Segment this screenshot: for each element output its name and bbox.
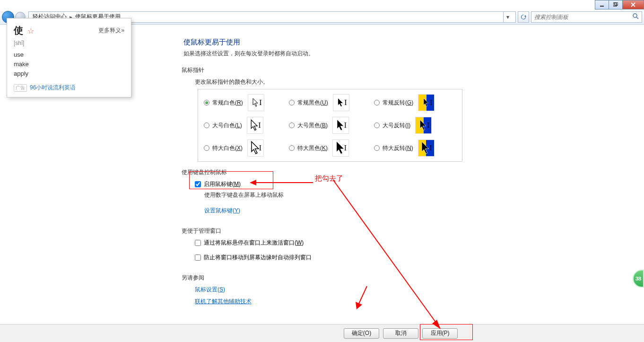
pointer-label: 常规反转(G) bbox=[383, 99, 413, 107]
pointer-option-xl-black[interactable]: 特大黑色(K) I bbox=[283, 140, 368, 157]
pointer-option-large-white[interactable]: 大号白色(L) I bbox=[198, 117, 283, 134]
pointer-subheading: 更改鼠标指针的颜色和大小。 bbox=[195, 78, 625, 86]
pointer-option-large-invert[interactable]: 大号反转(I) I bbox=[368, 117, 453, 134]
pointer-label: 大号白色(L) bbox=[212, 122, 242, 130]
breadcrumb-dropdown-icon[interactable]: ▾ bbox=[503, 12, 512, 22]
pointer-label: 特大黑色(K) bbox=[297, 144, 328, 152]
section-mouse-pointer-label: 鼠标指针 bbox=[182, 66, 625, 74]
dict-def: apply bbox=[14, 70, 124, 77]
cursor-preview-regular-white: I bbox=[248, 94, 264, 111]
hover-activate-label: 通过将鼠标悬停在窗口上来激活窗口(W) bbox=[204, 239, 304, 247]
annotation-arrow-2 bbox=[331, 178, 444, 334]
page-subtitle: 如果选择这些设置，则在每次登录时都将自动启动。 bbox=[183, 50, 625, 58]
radio-regular-black[interactable] bbox=[289, 100, 295, 105]
pointer-label: 常规黑色(U) bbox=[297, 99, 328, 107]
dict-word: 使 bbox=[14, 25, 23, 35]
radio-regular-white[interactable] bbox=[204, 100, 209, 105]
cursor-preview-xl-invert: I bbox=[418, 140, 435, 157]
cursor-preview-large-invert: I bbox=[415, 117, 432, 134]
cursor-preview-xl-black: I bbox=[332, 140, 349, 157]
refresh-icon bbox=[520, 14, 527, 20]
cursor-preview-xl-white: I bbox=[247, 140, 264, 157]
radio-large-white[interactable] bbox=[204, 123, 209, 128]
ad-tag: 广告 bbox=[14, 84, 27, 92]
pointer-label: 特大白色(X) bbox=[212, 144, 243, 152]
pointer-label: 大号反转(I) bbox=[383, 122, 410, 130]
svg-marker-10 bbox=[432, 320, 441, 329]
cursor-preview-regular-invert: I bbox=[418, 94, 435, 111]
dict-def: make bbox=[14, 61, 124, 68]
radio-xl-invert[interactable] bbox=[374, 145, 380, 151]
dict-def: use bbox=[14, 51, 124, 58]
radio-xl-white[interactable] bbox=[204, 145, 209, 151]
search-icon[interactable] bbox=[632, 13, 639, 21]
radio-large-invert[interactable] bbox=[374, 123, 380, 128]
maximize-button[interactable] bbox=[609, 0, 623, 9]
pointer-label: 常规白色(R) bbox=[212, 99, 243, 107]
pointer-label: 特大反转(N) bbox=[383, 144, 413, 152]
radio-large-black[interactable] bbox=[289, 123, 295, 128]
star-icon[interactable]: ☆ bbox=[27, 27, 34, 35]
cursor-preview-large-white: I bbox=[247, 117, 263, 134]
search-box[interactable] bbox=[531, 11, 642, 23]
svg-point-5 bbox=[633, 14, 637, 18]
more-definitions-link[interactable]: 更多释义» bbox=[98, 26, 124, 35]
dictionary-popup: 使 ☆ 更多释义» [shǐ] use make apply 广告 96小时说流… bbox=[7, 18, 131, 97]
refresh-button[interactable] bbox=[518, 11, 529, 23]
annotation-arrow-3 bbox=[353, 284, 372, 312]
pointer-option-large-black[interactable]: 大号黑色(B) I bbox=[283, 117, 368, 134]
footer-bar: 确定(O) 取消 应用(P) bbox=[0, 324, 644, 342]
cursor-preview-regular-black: I bbox=[333, 94, 349, 111]
svg-line-6 bbox=[636, 17, 638, 19]
radio-regular-invert[interactable] bbox=[374, 100, 380, 105]
svg-marker-8 bbox=[250, 180, 256, 185]
minimize-button[interactable] bbox=[595, 0, 609, 9]
cursor-preview-large-black: I bbox=[332, 117, 349, 134]
dict-definitions: use make apply bbox=[14, 51, 124, 77]
hover-activate-checkbox[interactable] bbox=[195, 240, 201, 246]
pointer-option-regular-black[interactable]: 常规黑色(U) I bbox=[283, 94, 368, 111]
pointer-option-regular-invert[interactable]: 常规反转(G) I bbox=[368, 94, 453, 111]
dict-pinyin: [shǐ] bbox=[14, 40, 124, 46]
pointer-option-xl-white[interactable]: 特大白色(X) I bbox=[198, 140, 283, 157]
close-button[interactable] bbox=[622, 0, 644, 9]
annotation-arrow-1 bbox=[250, 179, 314, 186]
ad-link[interactable]: 96小时说流利英语 bbox=[30, 84, 76, 92]
svg-line-9 bbox=[333, 180, 437, 324]
radio-xl-black[interactable] bbox=[289, 145, 295, 151]
pointer-option-xl-invert[interactable]: 特大反转(N) I bbox=[368, 140, 453, 157]
prevent-snap-label: 防止将窗口移动到屏幕边缘时自动排列窗口 bbox=[204, 254, 312, 262]
pointer-option-regular-white[interactable]: 常规白色(R) I bbox=[198, 94, 283, 111]
pointer-options-box: 常规白色(R) I 常规黑色(U) I 常规反转(G) I bbox=[198, 89, 462, 162]
pointer-label: 大号黑色(B) bbox=[297, 122, 328, 130]
window-controls bbox=[595, 0, 644, 9]
search-input[interactable] bbox=[534, 14, 632, 20]
page-title: 使鼠标更易于使用 bbox=[183, 38, 625, 47]
svg-line-11 bbox=[358, 286, 367, 305]
prevent-snap-checkbox[interactable] bbox=[195, 254, 201, 261]
